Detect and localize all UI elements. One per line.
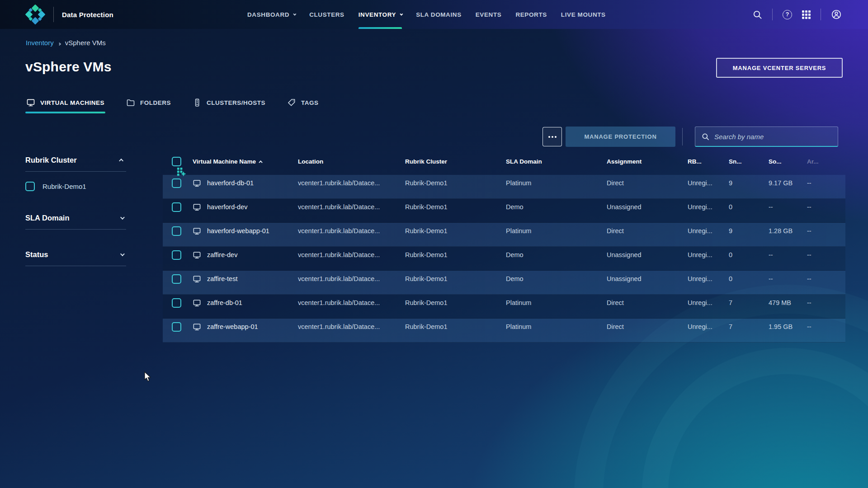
nav-item-reports[interactable]: REPORTS — [515, 0, 547, 29]
tab-folders[interactable]: FOLDERS — [125, 92, 172, 113]
nav-item-sla-domains[interactable]: SLA DOMAINS — [416, 0, 462, 29]
cell-storage: -- — [769, 275, 807, 282]
cell-snapshots: 0 — [729, 203, 769, 211]
row-checkbox[interactable] — [172, 298, 181, 308]
cell-sla: Platinum — [506, 323, 607, 330]
vm-name-link[interactable]: zaffire-test — [207, 275, 237, 282]
table-row[interactable]: haverford-db-01 vcenter1.rubrik.lab/Data… — [163, 175, 845, 199]
filter-option-rubrik-demo1[interactable]: Rubrik-Demo1 — [25, 182, 126, 191]
column-header-archive[interactable]: Ar... — [807, 158, 845, 165]
cell-archive: -- — [807, 323, 845, 330]
cell-cluster: Rubrik-Demo1 — [405, 251, 506, 258]
column-header-location[interactable]: Location — [298, 158, 405, 165]
account-icon[interactable] — [831, 9, 842, 20]
row-checkbox[interactable] — [172, 202, 181, 212]
column-header-rbs[interactable]: RB... — [688, 158, 729, 165]
nav-divider — [772, 9, 773, 20]
cell-assignment: Direct — [607, 323, 688, 330]
nav-icon-group: ? — [753, 0, 842, 29]
nav-divider — [821, 9, 821, 20]
vm-monitor-icon — [193, 299, 201, 307]
vm-name-link[interactable]: zaffire-dev — [207, 251, 237, 258]
column-header-sla[interactable]: SLA Domain — [506, 158, 607, 165]
cell-sla: Demo — [506, 251, 607, 258]
cell-archive: -- — [807, 299, 845, 306]
nav-item-inventory[interactable]: INVENTORY — [359, 0, 402, 29]
cell-sla: Demo — [506, 203, 607, 211]
cell-assignment: Direct — [607, 299, 688, 306]
nav-item-events[interactable]: EVENTS — [476, 0, 502, 29]
cell-snapshots: 7 — [729, 299, 769, 306]
search-box[interactable] — [695, 127, 838, 147]
vm-name-link[interactable]: haverford-webapp-01 — [207, 227, 269, 235]
filter-section-sla-domain[interactable]: SLA Domain — [25, 214, 126, 222]
cell-storage: 1.28 GB — [769, 227, 807, 235]
column-header-cluster[interactable]: Rubrik Cluster — [405, 158, 506, 165]
filter-section-rubrik-cluster[interactable]: Rubrik Cluster — [25, 156, 126, 164]
cell-assignment: Unassigned — [607, 275, 688, 282]
breadcrumb-separator-icon — [58, 39, 61, 47]
table-row[interactable]: haverford-dev vcenter1.rubrik.lab/Datace… — [163, 199, 845, 223]
table-row[interactable]: zaffire-dev vcenter1.rubrik.lab/Datace..… — [163, 247, 845, 271]
row-checkbox[interactable] — [172, 226, 181, 236]
row-checkbox[interactable] — [172, 178, 181, 188]
chevron-down-icon — [400, 12, 403, 15]
vm-monitor-icon — [193, 323, 201, 331]
apps-grid-icon[interactable] — [802, 10, 811, 19]
breadcrumb: Inventory vSphere VMs — [26, 39, 106, 47]
vm-monitor-icon — [193, 203, 201, 211]
table-row[interactable]: haverford-webapp-01 vcenter1.rubrik.lab/… — [163, 223, 845, 247]
help-icon[interactable]: ? — [783, 10, 792, 19]
app-title: Data Protection — [62, 11, 113, 19]
vm-name-link[interactable]: haverford-dev — [207, 203, 247, 211]
cell-storage: 479 MB — [769, 299, 807, 306]
select-all-checkbox[interactable] — [172, 157, 181, 166]
row-checkbox[interactable] — [172, 274, 181, 284]
vm-name-link[interactable]: zaffre-webapp-01 — [207, 323, 258, 330]
toolbar-divider — [682, 128, 683, 145]
more-options-button[interactable] — [542, 127, 562, 146]
search-icon[interactable] — [753, 10, 762, 19]
row-checkbox[interactable] — [172, 250, 181, 260]
cell-assignment: Direct — [607, 179, 688, 187]
breadcrumb-current: vSphere VMs — [65, 39, 106, 47]
manage-vcenter-servers-button[interactable]: MANAGE VCENTER SERVERS — [716, 58, 843, 78]
column-header-assignment[interactable]: Assignment — [607, 158, 688, 165]
breadcrumb-link-inventory[interactable]: Inventory — [26, 39, 54, 47]
vm-name-link[interactable]: zaffre-db-01 — [207, 299, 242, 306]
cell-assignment: Unassigned — [607, 251, 688, 258]
cell-storage: 9.17 GB — [769, 179, 807, 187]
cell-snapshots: 7 — [729, 323, 769, 330]
nav-item-dashboard[interactable]: DASHBOARD — [247, 0, 295, 29]
nav-item-live-mounts[interactable]: LIVE MOUNTS — [561, 0, 606, 29]
table-settings-icon[interactable] — [172, 166, 193, 177]
vm-monitor-icon — [193, 275, 201, 283]
column-header-snapshots[interactable]: Sn... — [729, 158, 769, 165]
column-header-name[interactable]: Virtual Machine Name — [193, 158, 298, 165]
cell-archive: -- — [807, 203, 845, 211]
tab-virtual-machines[interactable]: VIRTUAL MACHINES — [25, 92, 105, 113]
table-row[interactable]: zaffre-webapp-01 vcenter1.rubrik.lab/Dat… — [163, 319, 845, 343]
monitor-icon — [26, 98, 35, 107]
search-input[interactable] — [714, 133, 831, 141]
checkbox[interactable] — [25, 182, 35, 191]
vm-name-link[interactable]: haverford-db-01 — [207, 179, 254, 187]
vm-table: Virtual Machine Name Location Rubrik Clu… — [163, 157, 845, 343]
nav-item-clusters[interactable]: CLUSTERS — [309, 0, 344, 29]
tab-clusters-hosts[interactable]: CLUSTERS/HOSTS — [192, 92, 266, 113]
table-row[interactable]: zaffre-db-01 vcenter1.rubrik.lab/Datace.… — [163, 295, 845, 319]
manage-protection-button[interactable]: MANAGE PROTECTION — [566, 127, 675, 147]
brand-divider — [53, 7, 54, 22]
page-title: vSphere VMs — [25, 59, 112, 75]
table-row[interactable]: zaffire-test vcenter1.rubrik.lab/Datace.… — [163, 271, 845, 295]
filter-sidebar: Rubrik Cluster Rubrik-Demo1 SLA Domain S… — [25, 156, 126, 266]
row-checkbox[interactable] — [172, 322, 181, 332]
tab-tags[interactable]: TAGS — [286, 92, 320, 113]
table-header-row: Virtual Machine Name Location Rubrik Clu… — [163, 157, 845, 175]
cell-rbs: Unregi... — [688, 299, 729, 306]
cell-storage: -- — [769, 203, 807, 211]
column-header-storage[interactable]: So... — [769, 158, 807, 165]
rubrik-logo-icon[interactable] — [25, 5, 45, 24]
cell-archive: -- — [807, 227, 845, 235]
filter-section-status[interactable]: Status — [25, 250, 126, 259]
